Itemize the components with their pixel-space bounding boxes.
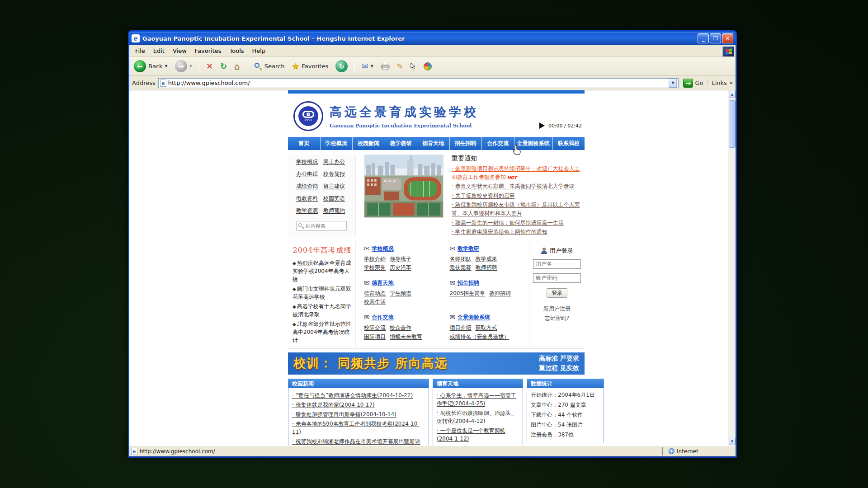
menu-item[interactable]: Tools <box>226 46 248 56</box>
nav-tab[interactable]: 合作交流 <box>482 137 514 150</box>
sidebar-link[interactable]: 校园英语 <box>323 195 345 202</box>
moral-link[interactable]: 2004-2005学年学生会干部竞选演说词(2004-9-16) <box>437 444 519 446</box>
section-link[interactable]: 德育动态 <box>364 290 386 296</box>
section-link[interactable]: 校园生活 <box>364 299 386 305</box>
section-link[interactable]: 学校荣誉 <box>364 264 386 271</box>
sidebar-link[interactable]: 校务简报 <box>323 170 345 178</box>
go-button[interactable]: → Go <box>681 79 705 88</box>
scroll-up-icon[interactable]: ▲ <box>729 91 736 98</box>
section-link[interactable]: 学生频道 <box>390 290 411 296</box>
notice-link[interactable]: 恭喜文理状元石彩麟、朱禹衡同学被清北大学录取 <box>452 182 583 191</box>
gaokao-item-link[interactable]: 北原省部分首批示范性高中2004年高考情况统计 <box>292 320 352 344</box>
nav-tab[interactable]: 首页 <box>288 137 321 150</box>
address-field[interactable]: e ▼ <box>158 78 679 88</box>
maximize-button[interactable]: ❐ <box>710 33 721 43</box>
sidebar-link[interactable]: 成绩查询 <box>296 183 318 190</box>
login-button[interactable]: 登录 <box>547 288 567 298</box>
password-field[interactable] <box>533 273 581 283</box>
link-group-title[interactable]: 教学教研 <box>458 245 479 253</box>
notice-link-hot[interactable]: 全景测验项目测试员持续招募中，欢迎广大社会人士和教育工作者报名参加HOT <box>452 164 583 181</box>
search-button[interactable]: Search <box>252 61 287 71</box>
section-link[interactable]: 名师团队 <box>450 256 472 262</box>
back-dropdown-icon[interactable]: ▼ <box>165 64 168 68</box>
gaokao-item-link[interactable]: 阙门市文理科状元双双花落高远学校 <box>292 285 352 301</box>
links-chevron-icon[interactable]: » <box>730 80 733 86</box>
sidebar-link[interactable]: 留言建议 <box>323 183 345 190</box>
notice-link[interactable]: 学生家庭电脑安装绿色上网软件的通知 <box>452 228 583 236</box>
forward-button[interactable]: → ▼ <box>173 59 194 73</box>
menu-item[interactable]: Help <box>248 46 270 56</box>
section-link[interactable]: 学校介绍 <box>364 256 386 262</box>
link-group-title[interactable]: 招生招聘 <box>458 279 479 287</box>
address-dropdown-icon[interactable]: ▼ <box>669 79 677 88</box>
moral-link[interactable]: 副校长许讯谈抓吸烟、治源头、促转化(2004-4-12) <box>437 409 519 425</box>
refresh-button[interactable]: ↻ <box>218 61 229 71</box>
nav-tab[interactable]: 联系我校 <box>553 137 585 150</box>
section-link[interactable]: 校际交流 <box>364 324 386 331</box>
section-link[interactable]: 教师招聘 <box>489 290 511 296</box>
section-link[interactable]: 获取方式 <box>476 324 497 331</box>
sidebar-link[interactable]: 教师预约 <box>323 207 345 215</box>
nav-tab[interactable]: 校园新闻 <box>353 137 385 150</box>
sidebar-link[interactable]: 电教资料 <box>296 195 318 202</box>
menu-item[interactable]: Favorites <box>191 46 226 56</box>
gaokao-item-link[interactable]: 热烈庆祝高远全景育成实验学校2004年高考大捷 <box>292 259 352 283</box>
nav-tab[interactable]: 教学教研 <box>385 137 418 150</box>
mail-button[interactable]: ✉▼ <box>360 61 375 71</box>
register-link[interactable]: 新用户注册 <box>533 304 581 314</box>
notice-link[interactable]: 急征集我校历届校友市级（地市级）及其以上个人荣誉、本人事迹材料和本人照片 <box>452 201 583 217</box>
section-link[interactable]: 项目介绍 <box>450 324 472 331</box>
sidebar-link[interactable]: 学校概况 <box>296 158 318 166</box>
username-field[interactable] <box>533 259 581 269</box>
scroll-down-icon[interactable]: ▼ <box>729 438 736 445</box>
link-group-title[interactable]: 合作交流 <box>372 314 394 321</box>
news-link[interactable]: 祝贺我校刘锦湘老师作品在市美术馆开幕展出暨新诗集《劳动者的布鲁斯》出版(2004… <box>292 437 425 446</box>
play-icon[interactable] <box>539 122 545 129</box>
news-link[interactable]: 膳食处加强管理再出新举措(2004-10-14) <box>292 410 425 418</box>
minimize-button[interactable]: _ <box>698 33 709 43</box>
favorites-button[interactable]: ★ Favorites <box>290 61 330 71</box>
section-link[interactable]: 恒枢未来教育 <box>390 333 422 340</box>
menu-item[interactable]: File <box>131 46 149 56</box>
messenger-button[interactable] <box>422 61 434 71</box>
section-link[interactable]: 领导班子 <box>390 256 411 262</box>
sidebar-link[interactable]: 办公电话 <box>296 170 318 178</box>
section-link[interactable]: 2005招生简章 <box>450 290 486 296</box>
section-link[interactable]: 教学成果 <box>476 256 497 262</box>
menu-item[interactable]: View <box>169 46 191 56</box>
news-link[interactable]: 来自各地的590名教育工作者到我校考察(2024-10-11) <box>292 420 425 436</box>
notice-link[interactable]: 致高一新生的一封信：如何尽快适应高一生活 <box>452 219 583 227</box>
section-link[interactable]: 校企合作 <box>390 324 411 331</box>
scrollbar-thumb[interactable] <box>729 100 736 148</box>
nav-tab[interactable]: 德育天地 <box>417 137 450 150</box>
menu-item[interactable]: Edit <box>149 46 169 56</box>
link-group-title[interactable]: 德育天地 <box>372 279 394 287</box>
notice-link[interactable]: 关于征集校史资料的启事 <box>452 192 583 200</box>
forgot-password-link[interactable]: 忘记密码? <box>533 314 581 324</box>
site-search-box[interactable] <box>296 221 347 231</box>
news-link[interactable]: 班集体就是我的家(2004-10-17) <box>292 401 425 409</box>
section-link[interactable]: 竞技竞赛 <box>450 264 472 271</box>
nav-tab[interactable]: 学校概况 <box>321 137 353 150</box>
section-link[interactable]: 成绩排名（安全员选拔） <box>450 333 509 340</box>
section-link[interactable]: 教师招聘 <box>476 264 497 271</box>
links-toolbar[interactable]: Links » <box>708 80 733 86</box>
section-link[interactable]: 国际项目 <box>364 333 386 340</box>
vertical-scrollbar[interactable]: ▲ ▼ <box>728 90 736 446</box>
news-link[interactable]: “责任与担当”教师演讲会情动师生(2004-10-22) <box>292 391 425 399</box>
link-group-title[interactable]: 学校概况 <box>372 245 394 253</box>
moral-link[interactable]: 心系学生，情牵高远——宿管工作手记(2004-4-25) <box>437 391 519 408</box>
sidebar-link[interactable]: 教学资源 <box>296 207 318 215</box>
site-search-input[interactable] <box>306 223 342 229</box>
print-button[interactable] <box>379 62 392 71</box>
history-button[interactable]: ↻ <box>334 59 349 73</box>
sidebar-link[interactable]: 网上办公 <box>323 158 345 166</box>
select-button[interactable] <box>408 61 418 71</box>
edit-button[interactable]: ✎ <box>395 62 405 71</box>
home-button[interactable]: ⌂ <box>232 61 242 72</box>
link-group-title[interactable]: 全景测验系统 <box>458 314 490 321</box>
back-button[interactable]: ← Back ▼ <box>132 59 170 73</box>
nav-tab[interactable]: 招生招聘 <box>450 137 482 150</box>
address-input[interactable] <box>168 80 667 86</box>
stop-button[interactable]: ✕ <box>204 61 215 71</box>
